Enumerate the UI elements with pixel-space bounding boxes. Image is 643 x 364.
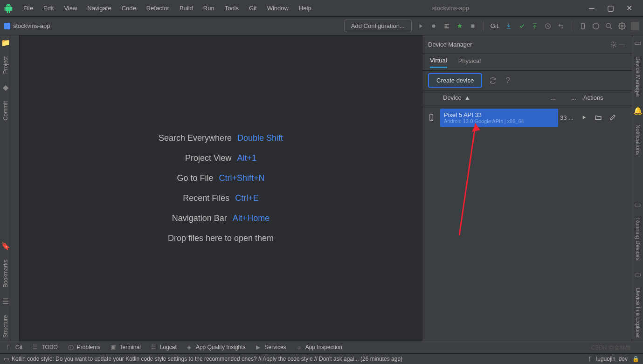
device-toolbar: Create device ? — [422, 71, 632, 90]
main-menu: File Edit View Navigate Code Refactor Bu… — [19, 3, 316, 14]
status-icon: ▭ — [4, 356, 9, 362]
git-history-icon[interactable] — [544, 22, 552, 30]
tool-notifications[interactable]: Notifications — [635, 122, 641, 158]
git-push-icon[interactable] — [531, 22, 539, 30]
tab-physical[interactable]: Physical — [458, 57, 481, 67]
close-button[interactable]: ✕ — [622, 3, 636, 14]
menu-refactor[interactable]: Refactor — [142, 3, 174, 14]
left-tool-strip: 📁 Project ◆ Commit 🔖 Bookmarks ☰ Structu… — [0, 35, 11, 341]
hint-navbar: Navigation BarAlt+Home — [172, 213, 270, 223]
panel-settings-icon[interactable] — [609, 41, 618, 49]
add-configuration-button[interactable]: Add Configuration... — [344, 20, 412, 32]
menu-build[interactable]: Build — [175, 3, 198, 14]
commit-tool-icon: ◆ — [3, 83, 8, 92]
maximize-button[interactable]: ▢ — [604, 3, 617, 14]
bottom-git[interactable]: ᚶGit — [7, 344, 22, 350]
menu-run[interactable]: Run — [199, 3, 219, 14]
lock-icon[interactable]: 🔒 — [632, 356, 639, 362]
bottom-tool-strip: ᚶGit ☰TODO ⓘProblems ▣Terminal ☰Logcat ◈… — [0, 341, 643, 353]
menu-tools[interactable]: Tools — [220, 3, 243, 14]
tool-commit[interactable]: Commit — [2, 98, 9, 123]
diamond-icon: ◈ — [187, 344, 194, 350]
menu-window[interactable]: Window — [263, 3, 293, 14]
git-commit-icon[interactable] — [518, 22, 526, 30]
col-device[interactable]: Device ▲ — [440, 94, 551, 101]
project-name: stockvins-app — [13, 22, 50, 29]
tool-bookmarks[interactable]: Bookmarks — [2, 257, 9, 290]
refresh-icon[interactable] — [489, 76, 497, 85]
bottom-todo[interactable]: ☰TODO — [33, 344, 57, 350]
col-api[interactable]: ... — [551, 94, 571, 101]
settings-icon[interactable] — [618, 22, 626, 30]
menu-navigate[interactable]: Navigate — [83, 3, 116, 14]
avatar-icon[interactable] — [631, 22, 639, 30]
device-selected-card[interactable]: Pixel 5 API 33 Android 13.0 Google APIs … — [440, 109, 558, 127]
search-icon[interactable] — [605, 22, 613, 30]
bottom-quality[interactable]: ◈App Quality Insights — [187, 344, 246, 350]
tool-device-manager[interactable]: Device Manager — [635, 54, 641, 100]
tab-virtual[interactable]: Virtual — [430, 57, 447, 68]
debug-icon[interactable] — [429, 22, 438, 30]
running-icon: ▭ — [634, 200, 641, 209]
panel-hide-icon[interactable]: ─ — [618, 41, 626, 49]
svg-point-5 — [621, 25, 623, 27]
drop-hint: Drop files here to open them — [168, 234, 274, 243]
gutter-spacer — [11, 35, 20, 341]
device-actions — [581, 114, 632, 121]
sort-asc-icon: ▲ — [464, 94, 470, 101]
play-icon[interactable] — [581, 114, 587, 121]
avd-icon[interactable] — [579, 22, 587, 30]
create-device-button[interactable]: Create device — [428, 73, 482, 88]
device-row[interactable]: Pixel 5 API 33 Android 13.0 Google APIs … — [422, 105, 632, 130]
bottom-terminal[interactable]: ▣Terminal — [111, 344, 140, 350]
explorer-icon: ▭ — [634, 270, 641, 279]
titlebar: File Edit View Navigate Code Refactor Bu… — [0, 0, 643, 17]
git-label: Git: — [491, 22, 500, 29]
bottom-problems[interactable]: ⓘProblems — [68, 344, 101, 350]
tool-file-explorer[interactable]: Device File Explorer — [635, 285, 641, 341]
window-title: stockvins-app — [316, 5, 585, 12]
bottom-inspection[interactable]: ☼App Inspection — [297, 344, 342, 350]
tool-project[interactable]: Project — [2, 54, 9, 76]
profile-icon[interactable] — [456, 22, 464, 30]
project-breadcrumb[interactable]: stockvins-app — [4, 22, 50, 29]
tool-structure[interactable]: Structure — [2, 312, 9, 341]
bottom-logcat[interactable]: ☰Logcat — [151, 344, 177, 350]
edit-icon[interactable] — [609, 114, 616, 121]
panel-header: Device Manager ─ — [422, 35, 632, 54]
stop-icon[interactable] — [469, 22, 477, 30]
run-icon[interactable] — [416, 22, 425, 30]
menu-view[interactable]: View — [59, 3, 82, 14]
sdk-icon[interactable] — [592, 22, 600, 30]
device-api: 33 ... — [560, 114, 581, 121]
minimize-button[interactable]: ─ — [585, 3, 598, 14]
phone-tool-icon: ▭ — [634, 38, 641, 47]
branch-name[interactable]: luguojin_dev — [596, 356, 628, 362]
folder-icon: 📁 — [1, 38, 10, 47]
status-bar: ▭ Kotlin code style: Do you want to upda… — [0, 353, 643, 364]
menu-help[interactable]: Help — [294, 3, 316, 14]
git-pull-icon[interactable] — [505, 22, 513, 30]
hint-project: Project ViewAlt+1 — [185, 153, 256, 163]
git-rollback-icon[interactable] — [557, 22, 565, 30]
menu-code[interactable]: Code — [117, 3, 141, 14]
col-actions: Actions — [581, 94, 632, 101]
device-tabs: Virtual Physical — [422, 54, 632, 71]
bottom-services[interactable]: ▶Services — [256, 344, 286, 350]
col-more[interactable]: ... — [571, 94, 581, 101]
info-icon: ⓘ — [68, 344, 75, 350]
device-subtitle: Android 13.0 Google APIs | x86_64 — [444, 118, 554, 124]
help-icon[interactable]: ? — [504, 76, 512, 85]
project-icon — [4, 23, 10, 29]
menu-git[interactable]: Git — [244, 3, 262, 14]
menu-edit[interactable]: Edit — [39, 3, 58, 14]
menu-file[interactable]: File — [19, 3, 38, 14]
android-icon — [4, 4, 13, 13]
coverage-icon[interactable] — [442, 22, 451, 30]
open-folder-icon[interactable] — [595, 114, 602, 121]
watermark: CSDN @金林颜 — [591, 344, 631, 352]
tool-running-devices[interactable]: Running Devices — [635, 215, 641, 263]
main-area: 📁 Project ◆ Commit 🔖 Bookmarks ☰ Structu… — [0, 35, 643, 341]
svg-rect-3 — [581, 23, 585, 29]
structure-icon: ☰ — [2, 297, 9, 306]
